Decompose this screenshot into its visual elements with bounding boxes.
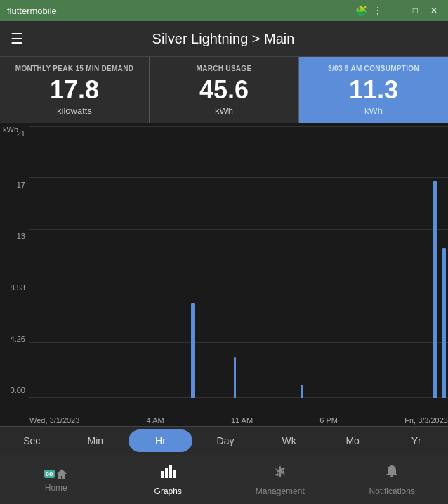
bottom-nav: co Home Graphs: [0, 455, 448, 504]
nav-item-management[interactable]: Management: [224, 455, 336, 504]
x-label-1: 4 AM: [147, 416, 164, 425]
bar-slot-1: [38, 127, 46, 398]
bar-slot-7: [88, 127, 96, 398]
more-icon[interactable]: ⋮: [373, 5, 383, 16]
maximize-button[interactable]: □: [409, 4, 421, 17]
bar-slot-24: [230, 127, 239, 398]
chart-area: kWh 0.00 4.26 8.53 13 17 21 Wed,: [0, 123, 448, 426]
y-label-0: 0.00: [0, 387, 29, 394]
management-label: Management: [256, 486, 305, 496]
y-label-1: 4.26: [0, 335, 29, 343]
bar-slot-35: [322, 127, 331, 398]
bar-slot-16: [164, 127, 172, 398]
bar-slot-3: [55, 127, 63, 398]
bar-24: [234, 357, 236, 398]
x-label-2: 11 AM: [231, 416, 253, 425]
graphs-icon: [159, 464, 176, 484]
stat-value-demand: 17.8: [50, 76, 99, 104]
stat-value-usage: 45.6: [199, 76, 249, 104]
bar-32: [301, 385, 303, 398]
extensions-icon[interactable]: 🧩: [355, 5, 367, 16]
bar-19: [191, 303, 195, 398]
svg-rect-5: [390, 475, 393, 477]
graphs-label: Graphs: [154, 486, 182, 496]
x-label-3: 6 PM: [319, 416, 338, 425]
bar-slot-11: [121, 127, 130, 398]
time-btn-hr[interactable]: Hr: [129, 429, 192, 452]
stat-unit-usage: kWh: [215, 105, 233, 116]
notifications-label: Notifications: [369, 486, 415, 496]
time-btn-day[interactable]: Day: [194, 427, 258, 455]
bar-48: [433, 181, 437, 398]
time-btn-yr[interactable]: Yr: [384, 427, 448, 455]
stat-unit-demand: kilowatts: [57, 105, 92, 116]
app-name: fluttermobile: [7, 6, 57, 16]
stat-value-consumption: 11.3: [349, 76, 398, 104]
bar-slot-12: [130, 127, 138, 398]
bar-slot-46: [414, 127, 423, 398]
bar-slot-13: [138, 127, 147, 398]
bar-slot-32: [298, 127, 306, 398]
bar-slot-33: [305, 127, 314, 398]
time-btn-mo[interactable]: Mo: [321, 427, 385, 455]
time-btn-sec[interactable]: Sec: [0, 427, 64, 455]
bar-slot-9: [105, 127, 113, 398]
minimize-button[interactable]: —: [388, 4, 404, 17]
app-header: ☰ Silver Lightning > Main: [0, 21, 448, 56]
bar-slot-14: [147, 127, 155, 398]
time-btn-min[interactable]: Min: [64, 427, 128, 455]
x-axis: Wed, 3/1/2023 4 AM 11 AM 6 PM Fri, 3/3/2…: [29, 416, 448, 425]
svg-rect-1: [165, 468, 168, 478]
bar-slot-21: [205, 127, 213, 398]
close-button[interactable]: ✕: [427, 4, 441, 17]
nav-item-notifications[interactable]: Notifications: [336, 455, 449, 504]
bar-slot-40: [364, 127, 373, 398]
menu-icon[interactable]: ☰: [11, 30, 23, 47]
bars-container: [29, 127, 448, 398]
bar-slot-8: [96, 127, 105, 398]
y-label-5: 21: [0, 130, 29, 138]
bar-slot-42: [381, 127, 390, 398]
notifications-icon: [384, 464, 400, 484]
nav-item-home[interactable]: co Home: [0, 455, 112, 504]
bar-slot-38: [348, 127, 356, 398]
bar-slot-26: [247, 127, 256, 398]
chart-inner: kWh 0.00 4.26 8.53 13 17 21: [0, 127, 448, 398]
bar-slot-28: [264, 127, 272, 398]
bar-slot-49: [440, 127, 448, 398]
bar-slot-20: [197, 127, 205, 398]
bar-slot-18: [180, 127, 189, 398]
bar-slot-22: [213, 127, 222, 398]
bar-slot-19: [189, 127, 197, 398]
y-label-3: 13: [0, 233, 29, 240]
bar-slot-43: [390, 127, 398, 398]
stat-card-demand: MONTHLY PEAK 15 MIN DEMAND 17.8 kilowatt…: [0, 57, 150, 123]
bar-slot-23: [222, 127, 230, 398]
bar-slot-6: [80, 127, 88, 398]
management-icon: [272, 464, 288, 484]
time-range: Sec Min Hr Day Wk Mo Yr: [0, 426, 448, 455]
x-label-4: Fri, 3/3/2023: [404, 416, 448, 425]
bar-slot-30: [281, 127, 289, 398]
svg-rect-2: [169, 465, 172, 478]
bar-slot-0: [29, 127, 38, 398]
stat-card-usage: MARCH USAGE 45.6 kWh: [150, 57, 299, 123]
bar-slot-27: [256, 127, 264, 398]
stat-label-demand: MONTHLY PEAK 15 MIN DEMAND: [15, 64, 133, 73]
bar-slot-44: [398, 127, 407, 398]
home-label: Home: [45, 483, 67, 493]
bar-slot-47: [423, 127, 431, 398]
bar-slot-29: [272, 127, 281, 398]
x-label-0: Wed, 3/1/2023: [29, 416, 79, 425]
home-icon: co: [44, 467, 68, 480]
bar-slot-15: [155, 127, 164, 398]
nav-item-graphs[interactable]: Graphs: [112, 455, 225, 504]
title-bar: fluttermobile 🧩 ⋮ — □ ✕: [0, 0, 448, 21]
window-controls: 🧩 ⋮ — □ ✕: [355, 4, 441, 17]
bar-slot-45: [406, 127, 414, 398]
bar-slot-31: [289, 127, 298, 398]
time-btn-wk[interactable]: Wk: [257, 427, 321, 455]
bar-slot-34: [314, 127, 322, 398]
bar-slot-2: [46, 127, 55, 398]
stat-label-usage: MARCH USAGE: [197, 64, 252, 73]
